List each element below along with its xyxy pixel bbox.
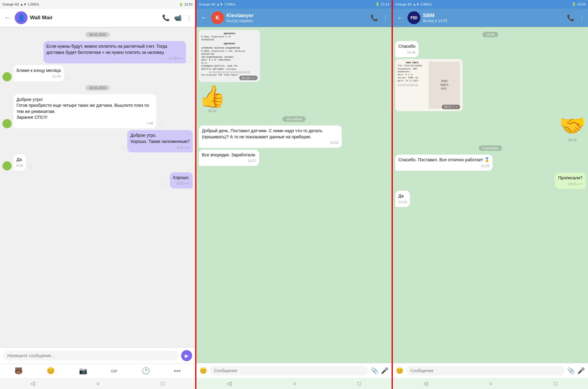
nav-back-icon-3[interactable]: ◁ xyxy=(423,380,428,387)
status-left: Orange 4G ▲▼ 1,55K/s xyxy=(2,2,39,6)
signal-3: 4G ▲▼ xyxy=(408,2,420,6)
bubble-recv: Да 8:20 xyxy=(13,154,26,170)
chat-area-3: 14:45 Спасибо 14:46 НОВА ПОШТА ТТН: 5925… xyxy=(393,27,588,363)
bubble-recv: Все впорядке. Заработали. 14:37 xyxy=(199,150,259,166)
like-button[interactable]: ♡ xyxy=(188,57,193,63)
mic-icon-2[interactable]: 🎤 xyxy=(381,367,389,374)
status-left-2: Orange 4G ▲▼ 7,24K/s xyxy=(199,2,236,6)
attach-icon-2[interactable]: 📎 xyxy=(371,367,378,374)
message-input-2[interactable] xyxy=(210,366,368,376)
msg-text: Да xyxy=(398,193,407,199)
more-icon-1[interactable]: ⋮ xyxy=(186,14,192,21)
check-icon: ✓✓ xyxy=(184,145,190,150)
battery-1: 🔋 xyxy=(179,2,183,6)
sticker-icon[interactable]: 🐻 xyxy=(14,367,23,375)
emoji-time-3: 18:18 xyxy=(559,138,586,142)
emoji-icon[interactable]: 😊 xyxy=(47,367,55,375)
status-right-2: 🔋 13:14 xyxy=(375,2,389,6)
status-left-3: Orange 4G ▲▼ 3,08K/s xyxy=(395,2,432,6)
more-icon-2[interactable]: ⋮ xyxy=(382,14,389,21)
carrier-3: Orange xyxy=(395,2,407,6)
emoji-input-icon-3[interactable]: 😊 xyxy=(396,367,404,374)
emoji-bubble-3: 🤝 18:18 xyxy=(559,113,586,142)
avatar-1: 👤 xyxy=(15,11,28,24)
nav-back-icon[interactable]: ◁ xyxy=(31,380,35,387)
chat-area-2: ОДЕРЖУВАЧ М.Лавр, Відділення к 41 093400… xyxy=(196,27,392,363)
emoji-bubble: 👍 16:24 xyxy=(199,84,225,113)
like-button[interactable]: ♡ xyxy=(158,122,163,128)
nav-back-icon-2[interactable]: ◁ xyxy=(227,380,231,387)
video-icon-1[interactable]: 📹 xyxy=(174,14,182,21)
contact-name-2: Kievlawyer xyxy=(226,13,368,19)
call-icon-1[interactable]: 📞 xyxy=(162,14,170,21)
nav-home-icon-3[interactable]: ○ xyxy=(489,380,493,387)
send-button-1[interactable]: ▶ xyxy=(181,350,192,361)
date-badge-1a: 09.02.2022 xyxy=(85,32,110,37)
contact-status-2: был(а) недавно xyxy=(226,19,368,23)
small-avatar xyxy=(2,161,12,170)
msg-text: Все впорядке. Заработали. xyxy=(202,152,256,158)
message-row: Доброе утро!Готов приобрести еще четыре … xyxy=(2,94,193,129)
msg-time: 8:12 ✓✓ xyxy=(130,145,190,150)
like-button[interactable]: ♡ xyxy=(28,164,33,170)
bubble-recv: Добрый день. Поставил датчики. С ними на… xyxy=(199,125,342,148)
header-actions-3: 📞 ⋮ xyxy=(567,14,585,21)
img-time-overlay: 16:20 ✓✓ xyxy=(239,76,258,80)
bubble-sent: Хорошо. 8:20 ✓✓ xyxy=(170,172,193,189)
bubble-sent: Прописали? 13:23 ✓✓ xyxy=(555,173,586,189)
message-row: Прописали? 13:23 ✓✓ xyxy=(395,173,586,189)
message-row: Все впорядке. Заработали. 14:37 xyxy=(199,150,389,166)
msg-text: Ближе к концу месяца xyxy=(17,68,61,74)
emoji-time: 16:24 xyxy=(199,109,225,113)
handshake-emoji: 🤝 xyxy=(559,113,586,138)
gif-icon[interactable]: GIF xyxy=(111,369,118,373)
header-actions-2: 📞 ⋮ xyxy=(370,14,389,21)
back-button-2[interactable]: ← xyxy=(199,13,209,23)
contact-name-1: Wall Mair xyxy=(30,15,160,21)
carrier-2: Orange xyxy=(199,2,210,6)
speed-3: 3,08K/s xyxy=(420,2,432,6)
status-bar-1: Orange 4G ▲▼ 1,55K/s 🔋 12:51 xyxy=(0,0,195,9)
emoji-input-icon-2[interactable]: 😊 xyxy=(199,367,207,374)
more-icon-3[interactable]: ⋮ xyxy=(579,14,585,21)
message-input-3[interactable] xyxy=(406,366,565,376)
like-button[interactable]: ♡ xyxy=(66,75,71,81)
header-actions-1: 📞 📹 ⋮ xyxy=(162,14,192,21)
call-icon-3[interactable]: 📞 xyxy=(567,14,575,21)
input-area-1: ▶ xyxy=(0,347,195,364)
like-button[interactable]: ♡ xyxy=(163,182,168,189)
carrier-1: Orange xyxy=(2,2,14,6)
check-icon: ✓✓ xyxy=(453,105,458,109)
header-info-3: SBM был(а) в 14:52 xyxy=(423,13,564,23)
date-badge-2: 14 ноября xyxy=(282,116,306,122)
receipt-image-3: НОВА ПОШТА ТТН: 59251327510001 Відправни… xyxy=(395,59,463,111)
back-button-1[interactable]: ← xyxy=(3,13,12,23)
back-button-3[interactable]: ← xyxy=(396,13,405,23)
nav-home-icon-2[interactable]: ○ xyxy=(293,380,296,387)
msg-text: Доброе утро!Готов приобрести еще четыре … xyxy=(17,97,153,121)
nav-bar-1: ◁ ○ □ xyxy=(0,378,195,389)
nav-recent-icon[interactable]: □ xyxy=(161,380,165,387)
signal-2: 4G ▲▼ xyxy=(211,2,223,6)
call-icon-2[interactable]: 📞 xyxy=(370,14,378,21)
more-toolbar-icon[interactable]: ••• xyxy=(174,367,181,375)
nav-recent-icon-2[interactable]: □ xyxy=(358,380,361,387)
avatar-2: K xyxy=(211,11,224,24)
message-row: Добрый день. Поставил датчики. С ними на… xyxy=(199,125,389,148)
nav-home-icon[interactable]: ○ xyxy=(96,380,100,387)
contact-name-3: SBM xyxy=(423,13,564,19)
like-button[interactable]: ♡ xyxy=(121,146,125,152)
camera-icon[interactable]: 📷 xyxy=(79,367,87,375)
battery-2: 🔋 xyxy=(375,2,380,6)
bubble-recv: Спасибо 14:46 xyxy=(395,41,419,57)
message-input-1[interactable] xyxy=(3,351,179,361)
attach-icon-3[interactable]: 📎 xyxy=(567,367,575,374)
nav-recent-icon-3[interactable]: □ xyxy=(554,380,557,387)
message-row: ♡ Хорошо. 8:20 ✓✓ xyxy=(2,172,193,189)
msg-time: 11:39 ✓✓ xyxy=(47,56,183,61)
mic-icon-3[interactable]: 🎤 xyxy=(577,367,585,374)
msg-time: 14:37 xyxy=(202,159,256,163)
message-row: Если нужны будут, можно оплатить на расч… xyxy=(2,41,193,63)
bubble-recv: Ближе к концу месяца 11:43 xyxy=(13,65,64,81)
clock-icon[interactable]: 🕐 xyxy=(142,367,150,375)
